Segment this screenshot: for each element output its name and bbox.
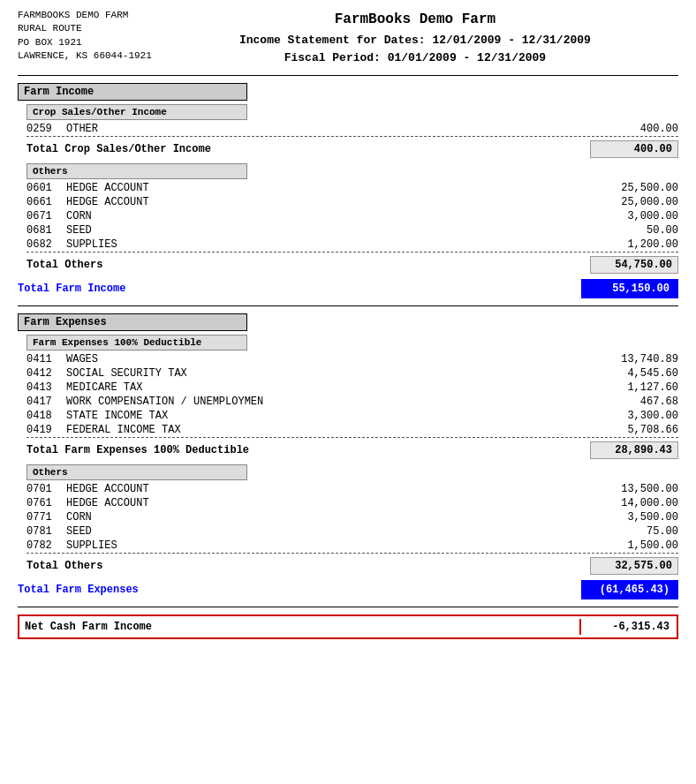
row-code: 0417 bbox=[26, 396, 66, 408]
total-farm-expenses-amount: (61,465.43) bbox=[581, 580, 678, 599]
deductible-subsection: Farm Expenses 100% Deductible 0411 WAGES… bbox=[18, 335, 678, 459]
row-code: 0259 bbox=[26, 123, 66, 135]
expense-others-total-line bbox=[26, 553, 678, 554]
row-desc: SUPPLIES bbox=[66, 238, 564, 251]
row-desc: SEED bbox=[66, 525, 564, 538]
header-left: FARMBOOKS DEMO FARM RURAL ROUTE PO BOX 1… bbox=[18, 9, 152, 64]
expense-others-total-row: Total Others 32,575.00 bbox=[26, 557, 678, 575]
row-desc: SEED bbox=[66, 224, 564, 237]
row-amount: 25,500.00 bbox=[564, 182, 678, 194]
income-others-rows: 0601 HEDGE ACCOUNT 25,500.00 0661 HEDGE … bbox=[18, 181, 678, 252]
table-row: 0701 HEDGE ACCOUNT 13,500.00 bbox=[26, 482, 678, 496]
net-cash-row: Net Cash Farm Income -6,315.43 bbox=[18, 614, 678, 639]
table-row: 0761 HEDGE ACCOUNT 14,000.00 bbox=[26, 496, 678, 510]
row-code: 0671 bbox=[26, 210, 66, 222]
row-desc: WORK COMPENSATION / UNEMPLOYMEN bbox=[66, 396, 564, 408]
total-farm-income-label: Total Farm Income bbox=[18, 283, 581, 295]
row-amount: 1,200.00 bbox=[564, 238, 678, 251]
row-desc: CORN bbox=[66, 210, 564, 222]
row-amount: 1,127.60 bbox=[564, 381, 678, 394]
table-row: 0418 STATE INCOME TAX 3,300.00 bbox=[26, 409, 678, 423]
income-others-total-label: Total Others bbox=[26, 259, 590, 271]
deductible-total-amount: 28,890.43 bbox=[590, 441, 678, 459]
row-amount: 400.00 bbox=[564, 123, 678, 135]
row-desc: STATE INCOME TAX bbox=[66, 410, 564, 422]
income-others-total-line bbox=[26, 252, 678, 253]
crop-sales-total-line bbox=[26, 136, 678, 137]
company-line1: FARMBOOKS DEMO FARM bbox=[18, 9, 152, 22]
row-amount: 4,545.60 bbox=[564, 367, 678, 380]
table-row: 0781 SEED 75.00 bbox=[26, 524, 678, 539]
income-others-total-amount: 54,750.00 bbox=[590, 256, 678, 274]
row-code: 0601 bbox=[26, 182, 66, 194]
row-code: 0413 bbox=[26, 381, 66, 394]
row-code: 0781 bbox=[26, 525, 66, 538]
total-farm-expenses-row: Total Farm Expenses (61,465.43) bbox=[18, 580, 678, 599]
row-amount: 3,500.00 bbox=[564, 511, 678, 524]
income-others-subsection: Others 0601 HEDGE ACCOUNT 25,500.00 0661… bbox=[18, 163, 678, 274]
row-amount: 3,300.00 bbox=[564, 410, 678, 422]
net-cash-amount: -6,315.43 bbox=[579, 619, 677, 635]
row-code: 0771 bbox=[26, 511, 66, 524]
net-cash-label: Net Cash Farm Income bbox=[25, 621, 579, 633]
section-divider-2 bbox=[18, 607, 678, 607]
row-code: 0661 bbox=[26, 196, 66, 208]
company-line2: RURAL ROUTE bbox=[18, 22, 152, 35]
table-row: 0682 SUPPLIES 1,200.00 bbox=[26, 237, 678, 252]
row-desc: HEDGE ACCOUNT bbox=[66, 196, 564, 208]
company-line3: PO BOX 1921 bbox=[18, 36, 152, 49]
table-row: 0661 HEDGE ACCOUNT 25,000.00 bbox=[26, 195, 678, 209]
expense-others-total-amount: 32,575.00 bbox=[590, 557, 678, 575]
row-code: 0411 bbox=[26, 353, 66, 366]
expense-others-rows: 0701 HEDGE ACCOUNT 13,500.00 0761 HEDGE … bbox=[18, 482, 678, 553]
crop-sales-subsection: Crop Sales/Other Income 0259 OTHER 400.0… bbox=[18, 104, 678, 158]
crop-sales-header: Crop Sales/Other Income bbox=[26, 104, 247, 120]
row-desc: FEDERAL INCOME TAX bbox=[66, 424, 564, 436]
income-others-header: Others bbox=[26, 163, 247, 179]
farm-income-header: Farm Income bbox=[18, 83, 247, 101]
farm-expenses-header: Farm Expenses bbox=[18, 313, 247, 331]
table-row: 0671 CORN 3,000.00 bbox=[26, 209, 678, 223]
row-code: 0418 bbox=[26, 410, 66, 422]
row-code: 0782 bbox=[26, 539, 66, 552]
table-row: 0771 CORN 3,500.00 bbox=[26, 510, 678, 524]
row-amount: 467.68 bbox=[564, 396, 678, 408]
row-desc: CORN bbox=[66, 511, 564, 524]
row-amount: 3,000.00 bbox=[564, 210, 678, 222]
table-row: 0417 WORK COMPENSATION / UNEMPLOYMEN 467… bbox=[26, 395, 678, 409]
row-code: 0412 bbox=[26, 367, 66, 380]
table-row: 0259 OTHER 400.00 bbox=[26, 122, 678, 136]
deductible-total-label: Total Farm Expenses 100% Deductible bbox=[26, 444, 590, 456]
table-row: 0601 HEDGE ACCOUNT 25,500.00 bbox=[26, 181, 678, 195]
table-row: 0681 SEED 50.00 bbox=[26, 223, 678, 237]
table-row: 0412 SOCIAL SECURITY TAX 4,545.60 bbox=[26, 366, 678, 381]
total-farm-income-amount: 55,150.00 bbox=[581, 279, 678, 298]
company-line4: LAWRENCE, KS 66044-1921 bbox=[18, 49, 152, 63]
income-others-total-row: Total Others 54,750.00 bbox=[26, 256, 678, 274]
row-code: 0761 bbox=[26, 497, 66, 509]
farm-income-section: Farm Income Crop Sales/Other Income 0259… bbox=[18, 83, 678, 298]
row-desc: SUPPLIES bbox=[66, 539, 564, 552]
deductible-total-row: Total Farm Expenses 100% Deductible 28,8… bbox=[26, 441, 678, 459]
expense-others-subsection: Others 0701 HEDGE ACCOUNT 13,500.00 0761… bbox=[18, 464, 678, 575]
row-code: 0701 bbox=[26, 483, 66, 495]
crop-sales-rows: 0259 OTHER 400.00 bbox=[18, 122, 678, 136]
row-amount: 13,500.00 bbox=[564, 483, 678, 495]
total-farm-income-row: Total Farm Income 55,150.00 bbox=[18, 279, 678, 298]
header-divider bbox=[18, 75, 678, 76]
table-row: 0419 FEDERAL INCOME TAX 5,708.66 bbox=[26, 423, 678, 437]
crop-sales-total-row: Total Crop Sales/Other Income 400.00 bbox=[26, 140, 678, 158]
row-desc: SOCIAL SECURITY TAX bbox=[66, 367, 564, 380]
row-desc: HEDGE ACCOUNT bbox=[66, 483, 564, 495]
row-desc: WAGES bbox=[66, 353, 564, 366]
row-code: 0681 bbox=[26, 224, 66, 237]
table-row: 0411 WAGES 13,740.89 bbox=[26, 352, 678, 366]
row-amount: 13,740.89 bbox=[564, 353, 678, 366]
row-amount: 50.00 bbox=[564, 224, 678, 237]
expense-others-header: Others bbox=[26, 464, 247, 480]
row-amount: 1,500.00 bbox=[564, 539, 678, 552]
table-row: 0782 SUPPLIES 1,500.00 bbox=[26, 539, 678, 553]
deductible-rows: 0411 WAGES 13,740.89 0412 SOCIAL SECURIT… bbox=[18, 352, 678, 437]
section-divider-1 bbox=[18, 305, 678, 306]
row-desc: OTHER bbox=[66, 123, 564, 135]
